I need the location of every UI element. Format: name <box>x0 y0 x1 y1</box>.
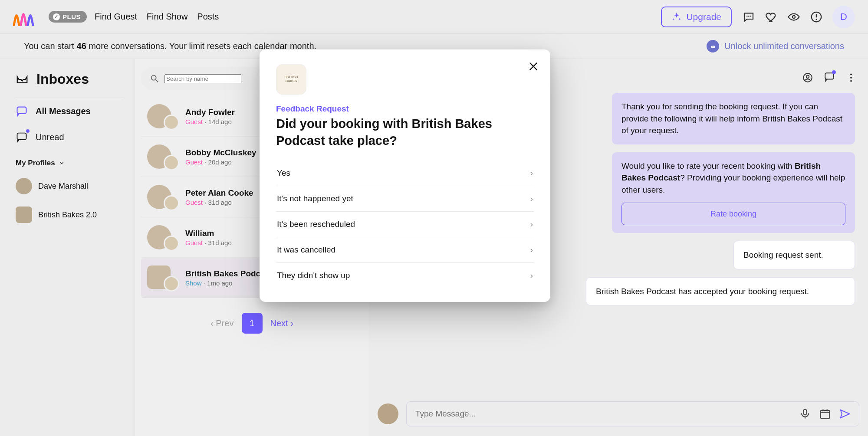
modal-title: Did your booking with British Bakes Podc… <box>276 115 534 149</box>
chevron-right-icon: › <box>530 245 533 255</box>
notif-dot-icon <box>832 70 836 74</box>
svg-point-15 <box>850 77 852 79</box>
svg-rect-18 <box>821 410 830 419</box>
avatar-stack <box>147 266 178 290</box>
eye-icon[interactable] <box>787 10 800 23</box>
message-bubble: Thank you for sending the booking reques… <box>612 93 855 144</box>
upgrade-label: Upgrade <box>686 12 721 22</box>
close-button[interactable] <box>528 61 539 74</box>
conv-role: Show <box>185 279 202 287</box>
sidebar-all-label: All Messages <box>36 106 91 116</box>
svg-rect-17 <box>804 410 807 415</box>
conv-time: 14d ago <box>208 118 232 125</box>
svg-point-9 <box>151 75 156 80</box>
chevron-right-icon: › <box>530 194 533 203</box>
conv-role: Guest <box>185 158 203 166</box>
modal-eyebrow: Feedback Request <box>276 104 534 114</box>
avatar-stack <box>147 185 178 209</box>
calendar-icon[interactable] <box>819 408 831 420</box>
svg-point-3 <box>792 15 795 18</box>
app-logo[interactable] <box>13 8 39 26</box>
my-profiles-toggle[interactable]: My Profiles <box>16 159 135 167</box>
svg-point-16 <box>850 80 852 82</box>
messages-icon[interactable] <box>742 10 755 23</box>
svg-point-0 <box>746 15 748 16</box>
composer[interactable] <box>406 401 859 426</box>
svg-point-6 <box>816 19 817 20</box>
profile-british-bakes[interactable]: British Bakes 2.0 <box>16 200 135 229</box>
user-avatar[interactable]: D <box>832 6 855 28</box>
avatar-stack <box>147 225 178 249</box>
plus-label: PLUS <box>62 13 81 20</box>
pager-next[interactable]: Next › <box>270 318 293 328</box>
feedback-modal: BRITISHBAKES Feedback Request Did your b… <box>260 49 550 302</box>
nav-find-guest[interactable]: Find Guest <box>95 12 137 22</box>
avatar-stack <box>147 104 178 128</box>
inboxes-heading: Inboxes <box>16 71 135 87</box>
nav-posts[interactable]: Posts <box>197 12 219 22</box>
conv-time: 1mo ago <box>207 279 232 287</box>
option-rescheduled[interactable]: It's been rescheduled› <box>276 212 534 237</box>
option-yes[interactable]: Yes› <box>276 161 534 186</box>
chat-messages-icon[interactable] <box>824 71 835 84</box>
svg-line-10 <box>156 80 158 82</box>
message-input[interactable] <box>414 409 791 419</box>
option-not-happened[interactable]: It's not happened yet› <box>276 186 534 212</box>
message-bubble: Booking request sent. <box>733 241 855 269</box>
profile-name: British Bakes 2.0 <box>38 210 97 220</box>
conv-time: 31d ago <box>208 199 232 206</box>
option-cancelled[interactable]: It was cancelled› <box>276 237 534 263</box>
chat-icon <box>16 105 28 117</box>
svg-point-1 <box>748 15 750 16</box>
chevron-right-icon: › <box>530 168 533 178</box>
sparkle-icon <box>671 12 682 22</box>
close-icon <box>528 61 539 72</box>
sidebar-all-messages[interactable]: All Messages <box>16 98 135 124</box>
inbox-icon <box>16 73 29 86</box>
avatar-icon <box>16 207 32 223</box>
search-input[interactable] <box>164 74 241 83</box>
profile-dave[interactable]: Dave Marshall <box>16 172 135 200</box>
avatar-initial: D <box>840 11 847 23</box>
rate-booking-button[interactable]: Rate booking <box>621 203 845 225</box>
more-icon[interactable] <box>845 72 857 83</box>
svg-point-14 <box>850 73 852 75</box>
message-bubble: British Bakes Podcast has accepted your … <box>586 277 855 306</box>
conv-role: Guest <box>185 199 203 206</box>
self-avatar <box>378 403 398 424</box>
check-icon: ✓ <box>53 13 60 20</box>
alert-icon[interactable] <box>810 10 823 23</box>
pager-current[interactable]: 1 <box>242 313 263 334</box>
svg-rect-13 <box>825 73 834 79</box>
svg-rect-8 <box>17 133 26 140</box>
conv-time: 20d ago <box>208 158 232 166</box>
svg-point-12 <box>806 75 809 79</box>
unlock-link[interactable]: Unlock unlimited conversations <box>707 40 844 52</box>
conv-role: Guest <box>185 118 203 125</box>
pager-prev: ‹ Prev <box>210 318 233 328</box>
mic-icon[interactable] <box>799 408 811 420</box>
send-icon[interactable] <box>839 408 851 420</box>
conv-time: 31d ago <box>208 239 232 246</box>
sidebar-unread[interactable]: Unread <box>16 124 135 150</box>
avatar-icon <box>16 178 32 194</box>
upgrade-button[interactable]: Upgrade <box>661 7 732 27</box>
nav-find-show[interactable]: Find Show <box>147 12 188 22</box>
plus-badge[interactable]: ✓ PLUS <box>49 11 87 23</box>
user-circle-icon[interactable] <box>802 72 813 83</box>
avatar-stack <box>147 144 178 169</box>
heart-icon[interactable] <box>765 10 778 23</box>
crown-icon <box>707 40 719 52</box>
chevron-right-icon: › <box>530 271 533 280</box>
chevron-down-icon <box>59 160 65 166</box>
svg-rect-7 <box>17 107 26 114</box>
profile-name: Dave Marshall <box>38 182 88 191</box>
search-icon <box>150 74 159 83</box>
podcast-logo: BRITISHBAKES <box>276 64 306 95</box>
option-no-show[interactable]: They didn't show up› <box>276 263 534 288</box>
unread-dot-icon <box>26 129 30 133</box>
svg-point-2 <box>750 15 751 16</box>
unlock-label: Unlock unlimited conversations <box>724 41 844 51</box>
sidebar-unread-label: Unread <box>36 132 64 142</box>
chevron-right-icon: › <box>530 220 533 229</box>
